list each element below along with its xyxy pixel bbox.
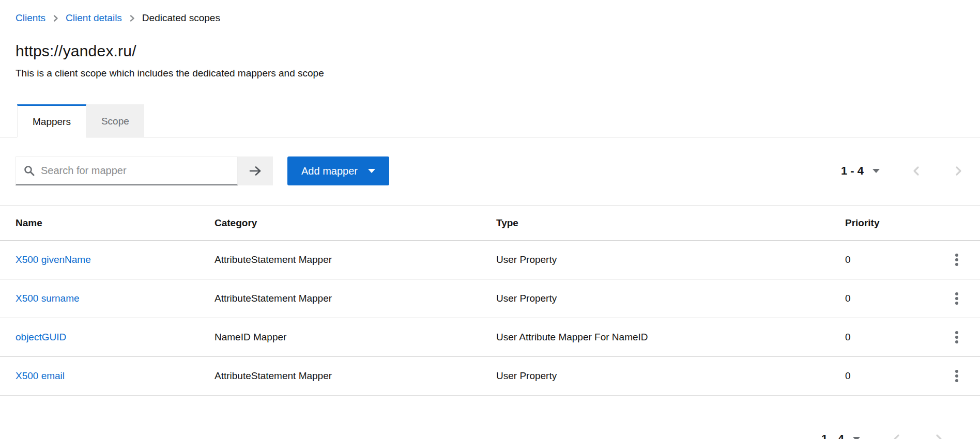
add-mapper-button[interactable]: Add mapper (287, 156, 389, 185)
mappers-table: Name Category Type Priority X500 givenNa… (0, 206, 980, 396)
mapper-priority: 0 (845, 279, 938, 318)
breadcrumb-client-details-link[interactable]: Client details (66, 12, 122, 24)
mapper-category: AttributeStatement Mapper (215, 241, 496, 279)
column-header-priority: Priority (845, 206, 938, 241)
search-icon (24, 165, 35, 176)
tab-bar: Mappers Scope (0, 104, 980, 137)
kebab-icon (955, 331, 958, 334)
mapper-priority: 0 (845, 357, 938, 396)
pagination-range-dropdown[interactable]: 1 - 4 (821, 432, 860, 439)
arrow-right-icon (248, 165, 263, 177)
column-header-type: Type (496, 206, 845, 241)
chevron-left-icon (912, 165, 920, 177)
dedicated-scopes-page: Clients Client details Dedicated scopes … (0, 0, 980, 439)
pagination-next-button[interactable] (952, 164, 964, 178)
search-submit-button[interactable] (238, 156, 273, 185)
table-row: X500 email AttributeStatement Mapper Use… (0, 357, 980, 396)
mapper-name-link[interactable]: X500 givenName (16, 254, 91, 265)
mapper-name-link[interactable]: objectGUID (16, 332, 66, 342)
breadcrumb-clients-link[interactable]: Clients (16, 12, 45, 24)
table-row: X500 givenName AttributeStatement Mapper… (0, 241, 980, 279)
column-header-category: Category (215, 206, 496, 241)
mapper-type: User Property (496, 241, 845, 279)
kebab-icon (955, 254, 958, 257)
table-row: X500 surname AttributeStatement Mapper U… (0, 279, 980, 318)
page-subtitle: This is a client scope which includes th… (16, 68, 964, 79)
search-box (16, 156, 238, 185)
pagination-prev-button[interactable] (910, 164, 922, 178)
column-header-name: Name (0, 206, 215, 241)
mapper-name-link[interactable]: X500 email (16, 370, 65, 381)
pagination-next-button[interactable] (932, 432, 945, 439)
caret-down-icon (853, 437, 860, 439)
mapper-type: User Property (496, 279, 845, 318)
tab-mappers-label: Mappers (33, 116, 71, 128)
tab-mappers[interactable]: Mappers (17, 104, 86, 137)
page-title: https://yandex.ru/ (16, 42, 964, 60)
pagination-range-dropdown[interactable]: 1 - 4 (841, 164, 880, 178)
pagination-bottom: 1 - 4 (0, 432, 980, 439)
chevron-left-icon (893, 433, 900, 439)
kebab-icon (955, 370, 958, 373)
mapper-category: AttributeStatement Mapper (215, 357, 496, 396)
kebab-icon (955, 292, 958, 295)
chevron-right-icon (935, 433, 943, 439)
row-kebab-menu-button[interactable] (950, 328, 963, 347)
tab-scope-label: Scope (101, 116, 129, 127)
add-mapper-label: Add mapper (301, 165, 358, 177)
caret-down-icon (368, 169, 375, 173)
chevron-right-icon (53, 14, 58, 23)
pagination-top: 1 - 4 (841, 164, 964, 178)
mappers-toolbar: Add mapper 1 - 4 (16, 156, 964, 185)
column-header-actions (938, 206, 980, 241)
chevron-right-icon (129, 14, 135, 23)
search-group (16, 156, 273, 185)
mapper-priority: 0 (845, 241, 938, 279)
breadcrumb-current-page: Dedicated scopes (142, 12, 220, 24)
mapper-type: User Property (496, 357, 845, 396)
mapper-priority: 0 (845, 318, 938, 357)
pagination-prev-button[interactable] (890, 432, 902, 439)
mapper-name-link[interactable]: X500 surname (16, 293, 80, 304)
chevron-right-icon (955, 165, 962, 177)
tab-scope[interactable]: Scope (86, 104, 144, 137)
pagination-range-label: 1 - 4 (821, 432, 844, 439)
row-kebab-menu-button[interactable] (950, 250, 963, 269)
row-kebab-menu-button[interactable] (950, 289, 963, 308)
table-row: objectGUID NameID Mapper User Attribute … (0, 318, 980, 357)
mapper-category: NameID Mapper (215, 318, 496, 357)
mapper-category: AttributeStatement Mapper (215, 279, 496, 318)
breadcrumb: Clients Client details Dedicated scopes (0, 0, 980, 24)
pagination-range-label: 1 - 4 (841, 164, 864, 178)
table-header-row: Name Category Type Priority (0, 206, 980, 241)
mapper-type: User Attribute Mapper For NameID (496, 318, 845, 357)
search-input[interactable] (41, 165, 237, 177)
caret-down-icon (872, 169, 880, 173)
row-kebab-menu-button[interactable] (950, 367, 963, 385)
